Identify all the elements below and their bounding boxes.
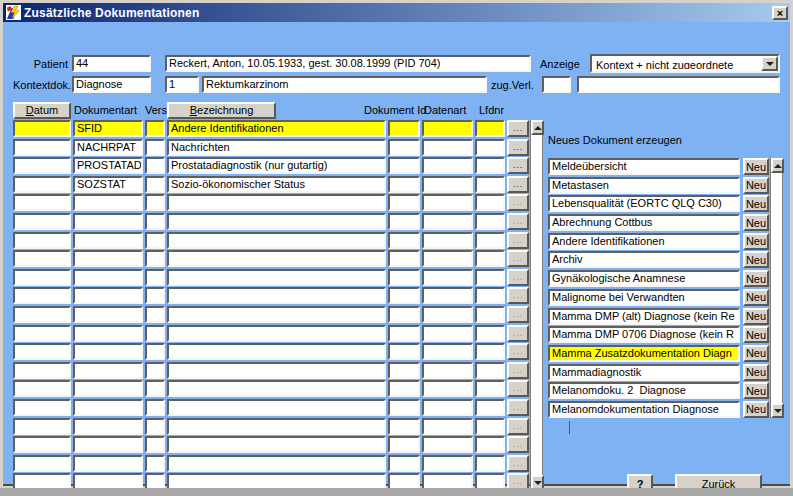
neu-button[interactable]: Neu [743,251,769,268]
cell-datenart[interactable] [422,157,473,174]
sort-bezeichnung-button[interactable]: Bezeichnung [167,102,276,119]
document-type-field[interactable]: Meldeübersicht [548,158,740,175]
cell-lfdnr[interactable] [475,418,505,435]
neu-button[interactable]: Neu [743,345,769,362]
cell-lfdnr[interactable] [475,362,505,379]
cell-dokument_id[interactable] [388,250,420,267]
row-detail-button[interactable]: ... [507,232,529,249]
table-row[interactable]: SFIDAndere Identifikationen... [13,120,529,137]
cell-dokumentart[interactable] [73,213,143,230]
document-type-field[interactable]: Andere Identifikationen [548,233,740,250]
cell-lfdnr[interactable] [475,455,505,472]
cell-lfdnr[interactable] [475,399,505,416]
table-row[interactable]: ... [13,325,529,342]
row-detail-button[interactable]: ... [507,325,529,342]
patient-info-field[interactable]: Reckert, Anton, 10.05.1933, gest. 30.08.… [165,55,531,72]
cell-bezeichnung[interactable]: Andere Identifikationen [167,120,386,137]
table-row[interactable]: ... [13,380,529,397]
neu-button[interactable]: Neu [743,326,769,343]
cell-lfdnr[interactable] [475,325,505,342]
cell-bezeichnung[interactable] [167,306,386,323]
cell-bezeichnung[interactable] [167,213,386,230]
cell-bezeichnung[interactable] [167,343,386,360]
table-scrollbar[interactable] [530,120,543,490]
cell-vers[interactable] [145,399,165,416]
document-type-field[interactable]: Mamma DMP 0706 Diagnose (kein R [548,326,740,343]
cell-datenart[interactable] [422,436,473,453]
row-detail-button[interactable]: ... [507,120,529,137]
cell-vers[interactable] [145,362,165,379]
cell-bezeichnung[interactable] [167,380,386,397]
cell-datenart[interactable] [422,455,473,472]
cell-vers[interactable] [145,418,165,435]
cell-lfdnr[interactable] [475,436,505,453]
table-row[interactable]: ... [13,362,529,379]
cell-lfdnr[interactable] [475,232,505,249]
table-row[interactable]: NACHRPATNachrichten... [13,139,529,156]
cell-datenart[interactable] [422,362,473,379]
cell-bezeichnung[interactable] [167,194,386,211]
cell-datum[interactable] [13,325,71,342]
table-row[interactable]: ... [13,399,529,416]
row-detail-button[interactable]: ... [507,194,529,211]
cell-vers[interactable] [145,455,165,472]
cell-datum[interactable] [13,436,71,453]
cell-vers[interactable] [145,232,165,249]
cell-datenart[interactable] [422,139,473,156]
cell-datenart[interactable] [422,213,473,230]
cell-dokument_id[interactable] [388,325,420,342]
table-row[interactable]: ... [13,250,529,267]
cell-dokumentart[interactable] [73,194,143,211]
cell-datenart[interactable] [422,287,473,304]
neu-button[interactable]: Neu [743,233,769,250]
cell-dokumentart[interactable]: SFID [73,120,143,137]
cell-datum[interactable] [13,139,71,156]
cell-dokumentart[interactable] [73,287,143,304]
cell-bezeichnung[interactable] [167,269,386,286]
cell-bezeichnung[interactable] [167,250,386,267]
cell-dokument_id[interactable] [388,436,420,453]
table-row[interactable]: ... [13,287,529,304]
document-type-field[interactable]: Gynäkologische Anamnese [548,270,740,287]
cell-dokumentart[interactable] [73,455,143,472]
cell-dokument_id[interactable] [388,157,420,174]
cell-datum[interactable] [13,120,71,137]
row-detail-button[interactable]: ... [507,399,529,416]
cell-vers[interactable] [145,306,165,323]
cell-datenart[interactable] [422,343,473,360]
cell-datum[interactable] [13,399,71,416]
cell-bezeichnung[interactable]: Prostatadiagnostik (nur gutartig) [167,157,386,174]
cell-vers[interactable] [145,343,165,360]
cell-dokument_id[interactable] [388,455,420,472]
cell-dokument_id[interactable] [388,176,420,193]
row-detail-button[interactable]: ... [507,139,529,156]
cell-dokument_id[interactable] [388,306,420,323]
table-row[interactable]: ... [13,306,529,323]
zugverl-field-2[interactable] [577,76,780,93]
cell-datenart[interactable] [422,250,473,267]
cell-dokumentart[interactable] [73,399,143,416]
cell-vers[interactable] [145,157,165,174]
cell-vers[interactable] [145,213,165,230]
row-detail-button[interactable]: ... [507,287,529,304]
document-type-field[interactable]: Mamma DMP (alt) Diagnose (kein Re [548,308,740,325]
cell-datum[interactable] [13,380,71,397]
kontextdok-type-field[interactable]: Diagnose [72,76,151,93]
cell-dokument_id[interactable] [388,287,420,304]
neu-button[interactable]: Neu [743,364,769,381]
cell-datum[interactable] [13,213,71,230]
document-type-field[interactable]: Malignome bei Verwandten [548,289,740,306]
document-type-field[interactable]: Melanomdoku. 2 Diagnose [548,382,740,399]
cell-dokumentart[interactable] [73,436,143,453]
cell-dokumentart[interactable] [73,380,143,397]
cell-datenart[interactable] [422,176,473,193]
cell-dokumentart[interactable]: PROSTATADIAG [73,157,143,174]
list-scrollbar[interactable] [770,158,783,418]
cell-vers[interactable] [145,380,165,397]
title-bar[interactable]: Zusätzliche Dokumentationen × [3,3,790,22]
cell-datenart[interactable] [422,418,473,435]
cell-bezeichnung[interactable] [167,232,386,249]
document-type-field[interactable]: Abrechnung Cottbus [548,214,740,231]
cell-vers[interactable] [145,250,165,267]
cell-dokument_id[interactable] [388,232,420,249]
